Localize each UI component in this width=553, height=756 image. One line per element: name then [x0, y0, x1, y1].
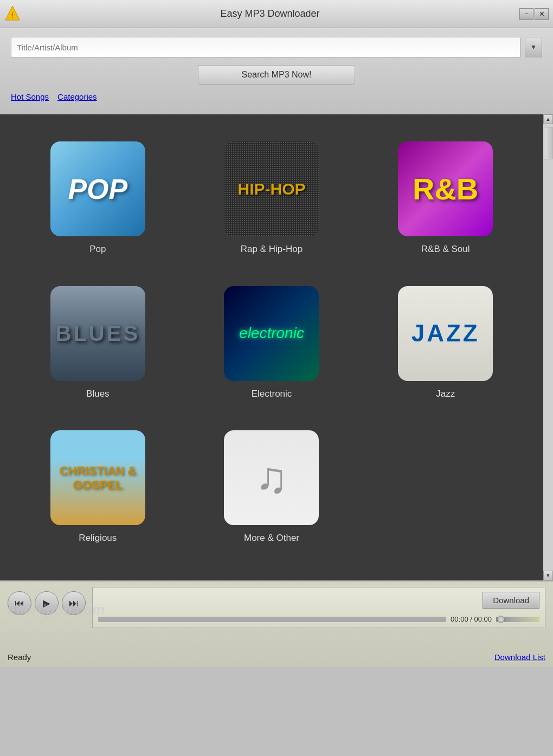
category-jazz-label: Jazz [436, 389, 455, 399]
scroll-thumb[interactable] [544, 127, 552, 159]
scroll-down-arrow[interactable]: ▼ [543, 571, 553, 580]
minimize-button[interactable]: − [519, 8, 533, 20]
volume-slider[interactable] [496, 617, 539, 622]
category-electronic[interactable]: Electronic [185, 275, 359, 420]
search-dropdown-button[interactable]: ▼ [525, 37, 542, 57]
svg-text:!: ! [11, 11, 14, 20]
app-logo: ! [4, 5, 21, 23]
category-rnb-label: R&B & Soul [421, 244, 470, 255]
category-rnb-image [398, 141, 493, 236]
scrollbar[interactable]: ▲ ▼ [543, 114, 553, 580]
category-hiphop-label: Rap & Hip-Hop [241, 244, 303, 255]
status-text: Ready [8, 652, 31, 662]
search-button-row: Search MP3 Now! [11, 65, 542, 85]
progress-bar[interactable] [98, 617, 446, 622]
search-input[interactable] [11, 37, 520, 57]
category-blues-label: Blues [86, 389, 110, 399]
player-bottom: Ready Download List [8, 652, 545, 662]
watermark: FileHippo.com [8, 602, 105, 618]
download-list-link[interactable]: Download List [494, 652, 545, 662]
category-pop[interactable]: Pop [11, 131, 185, 275]
scroll-track[interactable] [543, 124, 553, 571]
category-blues[interactable]: Blues [11, 275, 185, 420]
category-religious[interactable]: Religious [11, 419, 185, 564]
player-display: Download 00:00 / 00:00 [92, 587, 545, 628]
category-hiphop[interactable]: Rap & Hip-Hop [185, 131, 359, 275]
window-controls: − ✕ [519, 8, 549, 20]
category-jazz-image [398, 286, 493, 381]
category-religious-label: Religious [79, 533, 117, 544]
category-rnb[interactable]: R&B & Soul [358, 131, 532, 275]
categories-wrapper: Pop Rap & Hip-Hop R&B & Soul Blues Elect… [0, 114, 553, 580]
search-bar-row: ▼ [11, 37, 542, 57]
player-bar: ⏮ ▶ ⏭ Download 00:00 / 00:00 FileHippo.c… [0, 580, 553, 667]
hot-songs-link[interactable]: Hot Songs [11, 92, 49, 101]
category-religious-image [50, 430, 145, 525]
category-jazz[interactable]: Jazz [358, 275, 532, 420]
search-mp3-button[interactable]: Search MP3 Now! [198, 65, 356, 85]
category-electronic-label: Electronic [252, 389, 292, 399]
category-hiphop-image [224, 141, 319, 236]
main-content: ▼ Search MP3 Now! Hot Songs Categories [0, 28, 553, 114]
scroll-up-arrow[interactable]: ▲ [543, 114, 553, 124]
app-title: Easy MP3 Downloader [21, 8, 519, 20]
close-button[interactable]: ✕ [535, 8, 549, 20]
category-more-image [224, 430, 319, 525]
download-button[interactable]: Download [483, 592, 539, 609]
category-more[interactable]: More & Other [185, 419, 359, 564]
nav-links: Hot Songs Categories [11, 92, 542, 106]
volume-knob [497, 616, 505, 623]
category-blues-image [50, 286, 145, 381]
time-display: 00:00 / 00:00 [451, 615, 492, 623]
category-pop-image [50, 141, 145, 236]
progress-row: 00:00 / 00:00 [98, 615, 539, 623]
title-bar: ! Easy MP3 Downloader − ✕ [0, 0, 553, 28]
categories-grid: Pop Rap & Hip-Hop R&B & Soul Blues Elect… [0, 114, 543, 580]
categories-link[interactable]: Categories [57, 92, 97, 101]
category-more-label: More & Other [244, 533, 299, 544]
category-pop-label: Pop [89, 244, 106, 255]
category-electronic-image [224, 286, 319, 381]
